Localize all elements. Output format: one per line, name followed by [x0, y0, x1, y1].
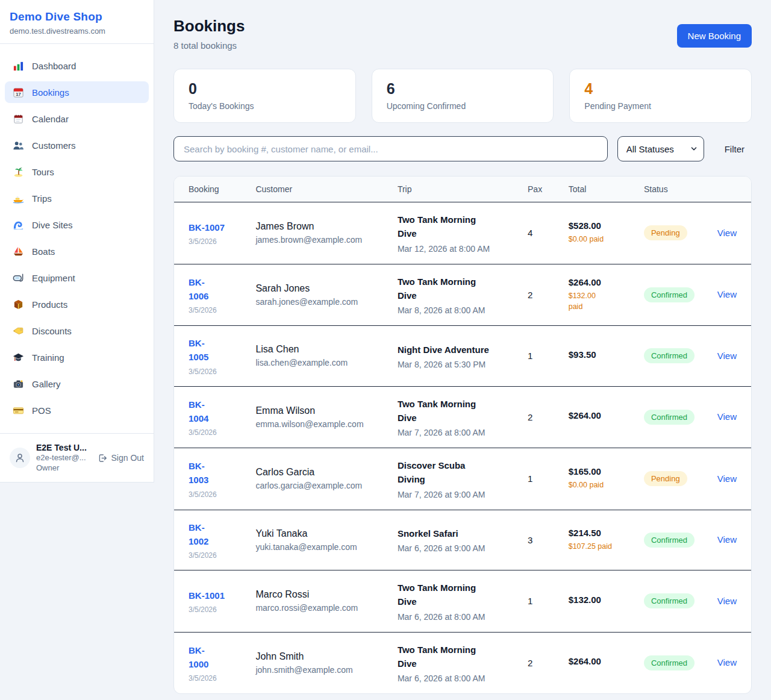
stat-value: 4	[584, 80, 737, 98]
stats-row: 0 Today's Bookings 6 Upcoming Confirmed …	[173, 69, 752, 123]
total-amount: $528.00	[569, 220, 629, 231]
view-link[interactable]: View	[717, 289, 737, 299]
sidebar-item-label: Customers	[32, 140, 76, 151]
customer-name: Lisa Chen	[255, 344, 382, 355]
sign-out-icon	[98, 453, 108, 463]
stat-label: Today's Bookings	[189, 101, 341, 111]
sidebar-item-tours[interactable]: Tours	[5, 161, 149, 183]
page-header: Bookings 8 total bookings New Booking	[173, 17, 752, 51]
sidebar-item-gallery[interactable]: Gallery	[5, 373, 149, 395]
sidebar-item-pos[interactable]: POS	[5, 399, 149, 421]
pax-count: 3	[520, 510, 561, 570]
stat-value: 0	[189, 80, 341, 98]
view-link[interactable]: View	[717, 473, 737, 484]
booking-number-link[interactable]: BK- 1002	[189, 520, 208, 549]
view-link[interactable]: View	[717, 228, 737, 238]
spiral-calendar-icon	[13, 113, 24, 125]
sidebar-item-products[interactable]: Products	[5, 293, 149, 315]
view-link[interactable]: View	[717, 657, 737, 667]
view-link[interactable]: View	[717, 411, 737, 422]
user-role: Owner	[36, 463, 92, 473]
booking-number-link[interactable]: BK-1007	[189, 220, 225, 234]
svg-text:17: 17	[16, 92, 20, 97]
customer-email: james.brown@example.com	[255, 235, 382, 245]
pax-count: 2	[520, 632, 561, 693]
booking-number-link[interactable]: BK-1001	[189, 589, 225, 602]
table-row: BK-10073/5/2026 James Brownjames.brown@e…	[174, 202, 751, 264]
controls-row: All Statuses Filter	[173, 136, 752, 161]
booking-date: 3/5/2026	[189, 237, 241, 246]
customer-email: marco.rossi@example.com	[255, 603, 382, 613]
sidebar-item-training[interactable]: Training	[5, 346, 149, 368]
trip-datetime: Mar 8, 2026 at 5:30 PM	[398, 360, 513, 369]
trip-name: Two Tank Morning Dive	[398, 581, 513, 609]
sidebar-item-label: Products	[32, 299, 67, 310]
sidebar-item-calendar[interactable]: Calendar	[5, 108, 149, 130]
sidebar-item-trips[interactable]: Trips	[5, 187, 149, 209]
status-filter-select[interactable]: All Statuses	[617, 136, 704, 161]
sidebar-item-customers[interactable]: Customers	[5, 134, 149, 156]
booking-number-link[interactable]: BK- 1000	[189, 643, 208, 672]
sidebar-item-label: Discounts	[32, 326, 72, 336]
sign-out-button[interactable]: Sign Out	[98, 453, 144, 463]
pax-count: 4	[520, 202, 561, 264]
sidebar-item-label: Tours	[32, 167, 54, 177]
customer-name: Marco Rossi	[255, 589, 382, 600]
view-link[interactable]: View	[717, 596, 737, 606]
stat-card-upcoming-confirmed: 6 Upcoming Confirmed	[372, 69, 554, 123]
col-header-total: Total	[561, 177, 637, 202]
camera-icon	[13, 378, 24, 390]
total-amount: $264.00	[569, 277, 629, 287]
table-row: BK-10013/5/2026 Marco Rossimarco.rossi@e…	[174, 570, 751, 633]
status-badge: Pending	[644, 471, 687, 486]
trip-datetime: Mar 8, 2026 at 8:00 AM	[398, 305, 513, 315]
booking-number-link[interactable]: BK- 1006	[189, 275, 208, 304]
customer-name: Carlos Garcia	[255, 467, 382, 478]
stat-label: Pending Payment	[584, 101, 737, 111]
stat-card-pending-payment: 4 Pending Payment	[569, 69, 752, 123]
booking-number-link[interactable]: BK- 1004	[189, 398, 208, 426]
booking-number-link[interactable]: BK- 1003	[189, 459, 208, 487]
sidebar-item-label: Training	[32, 352, 64, 363]
filter-button[interactable]: Filter	[717, 139, 752, 159]
col-header-actions	[710, 177, 751, 202]
view-link[interactable]: View	[717, 534, 737, 545]
paid-amount: $107.25 paid	[569, 541, 629, 552]
total-amount: $165.00	[569, 466, 629, 477]
table-row: BK- 10023/5/2026 Yuki Tanakayuki.tanaka@…	[174, 510, 751, 570]
sidebar-item-label: Dive Sites	[32, 220, 73, 230]
total-amount: $264.00	[569, 410, 629, 420]
search-input[interactable]	[173, 136, 608, 161]
sidebar-item-label: Boats	[32, 246, 55, 257]
sidebar-item-boats[interactable]: Boats	[5, 240, 149, 262]
trip-name: Discover Scuba Diving	[398, 458, 513, 487]
customer-email: sarah.jones@example.com	[255, 297, 382, 307]
speedboat-icon	[13, 193, 24, 204]
customer-name: Yuki Tanaka	[255, 528, 382, 539]
trip-datetime: Mar 6, 2026 at 8:00 AM	[398, 612, 513, 622]
credit-card-icon	[13, 405, 24, 416]
col-header-status: Status	[637, 177, 710, 202]
sidebar-item-equipment[interactable]: Equipment	[5, 267, 149, 289]
customer-email: emma.wilson@example.com	[255, 419, 382, 429]
total-amount: $214.50	[569, 528, 629, 538]
sidebar-item-label: Trips	[32, 193, 52, 204]
customer-name: James Brown	[255, 221, 382, 232]
paid-amount: $132.00 paid	[569, 290, 629, 313]
sidebar-item-dive-sites[interactable]: Dive Sites	[5, 214, 149, 236]
sidebar-item-bookings[interactable]: 17 Bookings	[5, 81, 149, 103]
status-badge: Confirmed	[644, 348, 695, 363]
status-badge: Confirmed	[644, 655, 695, 670]
sidebar-item-dashboard[interactable]: Dashboard	[5, 55, 149, 77]
stat-card-todays-bookings: 0 Today's Bookings	[173, 69, 356, 123]
sidebar-item-discounts[interactable]: Discounts	[5, 320, 149, 342]
booking-date: 3/5/2026	[189, 367, 241, 376]
avatar	[10, 448, 30, 468]
col-header-customer: Customer	[248, 177, 390, 202]
trip-name: Two Tank Morning Dive	[398, 275, 513, 303]
booking-date: 3/5/2026	[189, 306, 241, 314]
booking-number-link[interactable]: BK- 1005	[189, 336, 208, 364]
col-header-booking: Booking	[174, 177, 248, 202]
new-booking-button[interactable]: New Booking	[677, 24, 752, 48]
view-link[interactable]: View	[717, 351, 737, 361]
